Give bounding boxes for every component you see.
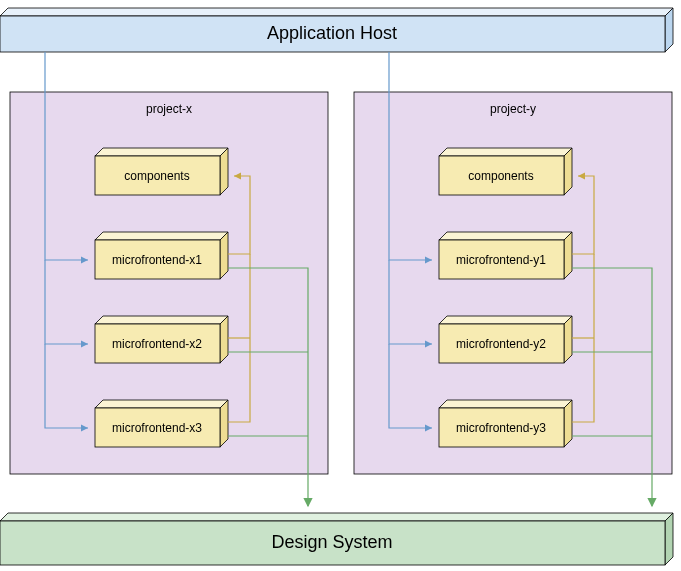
project-x-module-2-label: microfrontend-x2 <box>112 337 202 351</box>
mod-top <box>95 232 228 240</box>
design-system-block: Design System <box>0 513 673 565</box>
project-y-module-3-label: microfrontend-y3 <box>456 421 546 435</box>
project-x-module-1-label: microfrontend-x1 <box>112 253 202 267</box>
mod-top <box>439 316 572 324</box>
mod-top <box>439 232 572 240</box>
project-x-label: project-x <box>146 102 192 116</box>
project-y-module-3: microfrontend-y3 <box>439 400 572 447</box>
project-x-module-0-label: components <box>124 169 189 183</box>
project-x-module-3: microfrontend-x3 <box>95 400 228 447</box>
project-x-module-2: microfrontend-x2 <box>95 316 228 363</box>
project-y-module-0: components <box>439 148 572 195</box>
mod-side <box>220 400 228 447</box>
mod-top <box>439 148 572 156</box>
project-y-label: project-y <box>490 102 536 116</box>
project-y-module-1-label: microfrontend-y1 <box>456 253 546 267</box>
project-x-module-3-label: microfrontend-x3 <box>112 421 202 435</box>
ds-side-face <box>665 513 673 565</box>
mod-top <box>95 148 228 156</box>
mod-side <box>564 400 572 447</box>
mod-side <box>220 148 228 195</box>
mod-side <box>564 148 572 195</box>
ds-top-face <box>0 513 673 521</box>
mod-top <box>95 316 228 324</box>
application-host-block: Application Host <box>0 8 673 52</box>
host-top-face <box>0 8 673 16</box>
application-host-label: Application Host <box>267 23 397 43</box>
mod-side <box>564 316 572 363</box>
project-y-module-0-label: components <box>468 169 533 183</box>
host-side-face <box>665 8 673 52</box>
project-y-module-2-label: microfrontend-y2 <box>456 337 546 351</box>
project-x-module-0: components <box>95 148 228 195</box>
design-system-label: Design System <box>271 532 392 552</box>
mod-side <box>220 232 228 279</box>
project-y-module-1: microfrontend-y1 <box>439 232 572 279</box>
mod-top <box>439 400 572 408</box>
mod-top <box>95 400 228 408</box>
project-y-module-2: microfrontend-y2 <box>439 316 572 363</box>
architecture-diagram: Application Host project-x components mi… <box>0 0 681 571</box>
mod-side <box>220 316 228 363</box>
project-x-module-1: microfrontend-x1 <box>95 232 228 279</box>
mod-side <box>564 232 572 279</box>
